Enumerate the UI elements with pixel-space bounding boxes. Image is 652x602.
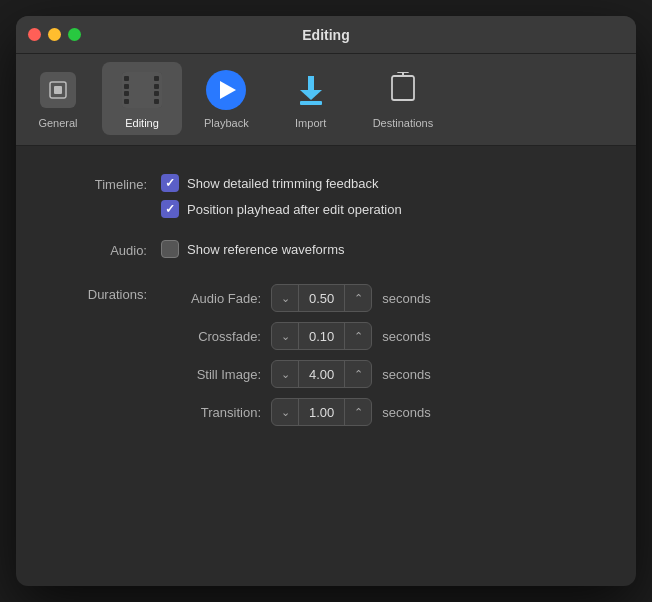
waveforms-checkbox[interactable]: [161, 240, 179, 258]
playback-icon-shape: [206, 70, 246, 110]
waveforms-row: Show reference waveforms: [161, 240, 596, 258]
general-icon-shape: [40, 72, 76, 108]
tab-destinations[interactable]: Destinations: [355, 62, 452, 135]
content-area: Timeline: ✓ Show detailed trimming feedb…: [16, 146, 636, 586]
crossfade-decrement[interactable]: ⌄: [272, 323, 298, 349]
tab-import-label: Import: [295, 117, 326, 129]
destinations-icon: [381, 68, 425, 112]
audio-label: Audio:: [56, 240, 161, 262]
trimming-checkbox[interactable]: ✓: [161, 174, 179, 192]
audio-fade-stepper[interactable]: ⌄ 0.50 ⌃: [271, 284, 372, 312]
audio-options: Show reference waveforms: [161, 240, 596, 258]
transition-decrement[interactable]: ⌄: [272, 399, 298, 425]
editing-icon-shape: [122, 72, 162, 108]
svg-rect-1: [54, 86, 62, 94]
waveforms-label: Show reference waveforms: [187, 242, 345, 257]
audio-fade-row: Audio Fade: ⌄ 0.50 ⌃ seconds: [161, 284, 431, 312]
transition-increment[interactable]: ⌃: [345, 399, 371, 425]
audio-fade-value: 0.50: [298, 285, 345, 311]
transition-value: 1.00: [298, 399, 345, 425]
trimming-label: Show detailed trimming feedback: [187, 176, 379, 191]
crossfade-row: Crossfade: ⌄ 0.10 ⌃ seconds: [161, 322, 431, 350]
transition-label: Transition:: [161, 405, 261, 420]
still-image-increment[interactable]: ⌃: [345, 361, 371, 387]
destinations-icon-shape: [388, 72, 418, 108]
trimming-checkmark: ✓: [165, 177, 175, 189]
crossfade-unit: seconds: [382, 329, 430, 344]
playhead-checkbox[interactable]: ✓: [161, 200, 179, 218]
titlebar: Editing: [16, 16, 636, 54]
transition-row: Transition: ⌄ 1.00 ⌃ seconds: [161, 398, 431, 426]
editing-icon: [120, 68, 164, 112]
timeline-section: Timeline: ✓ Show detailed trimming feedb…: [56, 174, 596, 218]
transition-stepper[interactable]: ⌄ 1.00 ⌃: [271, 398, 372, 426]
audio-fade-label: Audio Fade:: [161, 291, 261, 306]
still-image-value: 4.00: [298, 361, 345, 387]
tab-editing[interactable]: Editing: [102, 62, 182, 135]
crossfade-increment[interactable]: ⌃: [345, 323, 371, 349]
transition-unit: seconds: [382, 405, 430, 420]
minimize-button[interactable]: [48, 28, 61, 41]
import-arrow-shape: [300, 76, 322, 105]
playhead-row: ✓ Position playhead after edit operation: [161, 200, 596, 218]
playhead-checkmark: ✓: [165, 203, 175, 215]
playback-icon: [204, 68, 248, 112]
durations-section: Durations: Audio Fade: ⌄ 0.50 ⌃ seconds …: [56, 284, 596, 426]
still-image-unit: seconds: [382, 367, 430, 382]
tab-destinations-label: Destinations: [373, 117, 434, 129]
crossfade-value: 0.10: [298, 323, 345, 349]
playhead-label: Position playhead after edit operation: [187, 202, 402, 217]
durations-label: Durations:: [56, 284, 161, 306]
svg-rect-2: [392, 76, 414, 100]
audio-fade-increment[interactable]: ⌃: [345, 285, 371, 311]
tab-playback-label: Playback: [204, 117, 249, 129]
trimming-row: ✓ Show detailed trimming feedback: [161, 174, 596, 192]
tab-playback[interactable]: Playback: [186, 62, 267, 135]
still-image-label: Still Image:: [161, 367, 261, 382]
general-icon: [36, 68, 80, 112]
traffic-lights: [28, 28, 81, 41]
timeline-options: ✓ Show detailed trimming feedback ✓ Posi…: [161, 174, 596, 218]
audio-fade-decrement[interactable]: ⌄: [272, 285, 298, 311]
tab-general[interactable]: General: [18, 62, 98, 135]
timeline-label: Timeline:: [56, 174, 161, 196]
main-window: Editing General: [16, 16, 636, 586]
crossfade-label: Crossfade:: [161, 329, 261, 344]
tab-editing-label: Editing: [125, 117, 159, 129]
still-image-row: Still Image: ⌄ 4.00 ⌃ seconds: [161, 360, 431, 388]
audio-fade-unit: seconds: [382, 291, 430, 306]
maximize-button[interactable]: [68, 28, 81, 41]
crossfade-stepper[interactable]: ⌄ 0.10 ⌃: [271, 322, 372, 350]
toolbar: General: [16, 54, 636, 146]
audio-section: Audio: Show reference waveforms: [56, 240, 596, 262]
durations-rows: Audio Fade: ⌄ 0.50 ⌃ seconds Crossfade: …: [161, 284, 431, 426]
tab-general-label: General: [38, 117, 77, 129]
tab-import[interactable]: Import: [271, 62, 351, 135]
still-image-stepper[interactable]: ⌄ 4.00 ⌃: [271, 360, 372, 388]
close-button[interactable]: [28, 28, 41, 41]
still-image-decrement[interactable]: ⌄: [272, 361, 298, 387]
import-icon: [289, 68, 333, 112]
window-title: Editing: [302, 27, 349, 43]
